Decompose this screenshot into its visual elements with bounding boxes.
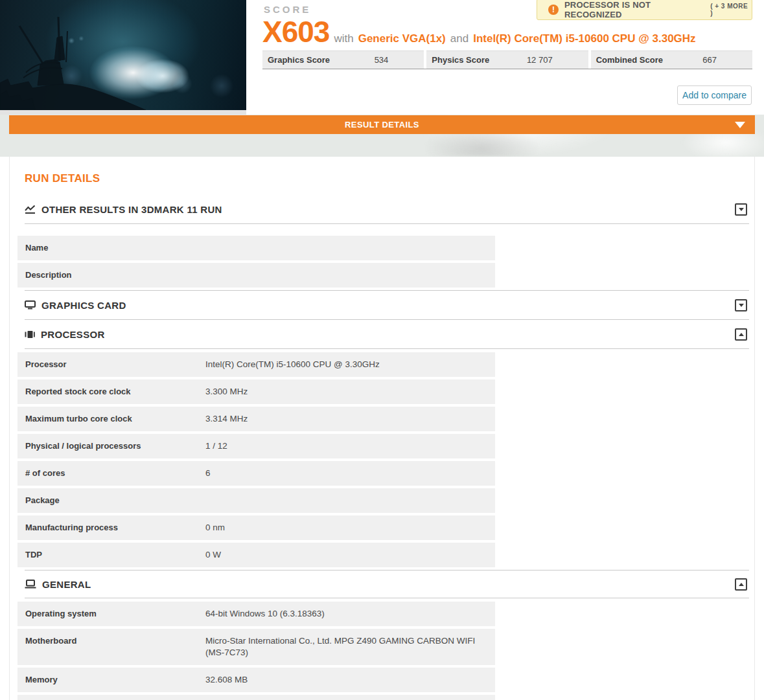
row-label: Memory — [17, 668, 205, 692]
row-value: 1 / 12 — [205, 434, 495, 458]
row-value: 3.314 MHz — [205, 407, 495, 431]
row-value — [205, 488, 495, 513]
row-label: Maximum turbo core clock — [17, 407, 205, 431]
row-value: 64-bit Windows 10 (6.3.18363) — [205, 602, 495, 626]
chevron-down-icon — [735, 122, 745, 128]
section-title: GENERAL — [42, 579, 91, 590]
row-label: Physical / logical processors — [17, 434, 205, 458]
result-details-label: RESULT DETAILS — [345, 120, 419, 130]
cpu-link[interactable]: Intel(R) Core(TM) i5-10600 CPU @ 3.30GHz — [473, 32, 695, 45]
result-details-bar[interactable]: RESULT DETAILS — [9, 115, 755, 134]
warning-text: PROCESSOR IS NOT RECOGNIZED — [564, 0, 708, 19]
section-title: GRAPHICS CARD — [41, 300, 126, 311]
table-row: Maximum turbo core clock 3.314 MHz — [17, 407, 495, 431]
table-row: Package — [17, 488, 495, 513]
row-value: 3.300 MHz — [205, 379, 495, 404]
table-row: Manufacturing process 0 nm — [17, 515, 495, 540]
result-page: SCORE X603 with Generic VGA(1x) and Inte… — [0, 0, 764, 700]
collapse-toggle[interactable] — [735, 328, 747, 341]
row-value: 0 nm — [205, 515, 495, 540]
combined-score-label: Combined Score — [591, 55, 663, 65]
graphics-score-label: Graphics Score — [262, 55, 330, 65]
other-results-table: Name Description — [17, 236, 495, 288]
row-value: 0 W — [205, 543, 495, 567]
row-label: # of cores — [17, 461, 205, 486]
table-row: Description — [17, 263, 495, 288]
section-title: OTHER RESULTS IN 3DMARK 11 RUN — [41, 204, 222, 215]
triangle-down-icon — [739, 304, 744, 307]
divider — [25, 348, 749, 349]
laptop-icon — [25, 580, 36, 589]
table-row: Reported stock core clock 3.300 MHz — [17, 379, 495, 404]
row-label: Name — [17, 236, 205, 260]
warning-more-text: ( + 3 MORE ) — [710, 3, 752, 17]
with-text: with — [334, 32, 353, 45]
monitor-icon — [25, 300, 36, 310]
score-value: X603 — [262, 14, 329, 49]
graphics-score-value: 534 — [375, 55, 424, 65]
triangle-up-icon — [739, 583, 744, 586]
score-header: SCORE X603 with Generic VGA(1x) and Inte… — [0, 0, 764, 115]
sub-scores-strip: Graphics Score 534 Physics Score 12 707 … — [262, 51, 752, 69]
row-value: Micro-Star International Co., Ltd. MPG Z… — [205, 629, 495, 665]
warning-icon: ! — [548, 5, 559, 15]
row-value — [205, 263, 495, 288]
processor-table: Processor Intel(R) Core(TM) i5-10600 CPU… — [17, 352, 495, 567]
divider — [25, 570, 749, 570]
row-label: Package — [17, 488, 205, 513]
table-row: Hard drive model 3.000 GB Hitachi HDS723… — [17, 695, 495, 700]
chip-icon — [25, 330, 35, 339]
table-row: Physical / logical processors 1 / 12 — [17, 434, 495, 458]
table-row: TDP 0 W — [17, 543, 495, 567]
gpu-link[interactable]: Generic VGA(1x) — [358, 32, 446, 45]
combined-score-cell: Combined Score 667 — [591, 51, 752, 69]
section-header-graphics-card: GRAPHICS CARD — [25, 299, 749, 311]
divider — [25, 223, 749, 224]
divider — [25, 290, 749, 291]
general-table: Operating system 64-bit Windows 10 (6.3.… — [17, 602, 495, 700]
table-row: Processor Intel(R) Core(TM) i5-10600 CPU… — [17, 352, 495, 377]
divider — [25, 598, 749, 598]
row-label: Reported stock core clock — [17, 379, 205, 404]
benchmark-thumbnail — [0, 0, 246, 110]
section-header-general: GENERAL — [25, 578, 749, 590]
processor-warning-banner[interactable]: ! PROCESSOR IS NOT RECOGNIZED ( + 3 MORE… — [537, 0, 752, 20]
physics-score-cell: Physics Score 12 707 — [426, 51, 588, 69]
table-row: Memory 32.608 MB — [17, 668, 495, 692]
combined-score-value: 667 — [702, 55, 752, 65]
section-header-other-results: OTHER RESULTS IN 3DMARK 11 RUN — [25, 203, 749, 215]
row-label: Manufacturing process — [17, 515, 205, 540]
and-text: and — [450, 32, 469, 45]
triangle-down-icon — [739, 208, 744, 211]
table-row: Name — [17, 236, 495, 260]
triangle-up-icon — [739, 333, 744, 336]
add-to-compare-button[interactable]: Add to compare — [677, 85, 752, 105]
section-header-processor: PROCESSOR — [25, 328, 749, 340]
row-value — [205, 236, 495, 260]
table-row: Motherboard Micro-Star International Co.… — [17, 629, 495, 665]
divider — [25, 319, 749, 320]
collapse-toggle[interactable] — [735, 299, 747, 311]
section-title: PROCESSOR — [41, 329, 105, 340]
row-label: TDP — [17, 543, 205, 567]
row-value: 3.000 GB Hitachi HDS723030ALA640 — [205, 695, 495, 700]
physics-score-label: Physics Score — [426, 55, 489, 65]
score-label: SCORE — [264, 4, 311, 15]
row-value: Intel(R) Core(TM) i5-10600 CPU @ 3.30GHz — [205, 352, 495, 377]
row-label: Operating system — [17, 602, 205, 626]
row-value: 32.608 MB — [205, 668, 495, 692]
row-label: Motherboard — [17, 629, 205, 665]
row-label: Hard drive model — [17, 695, 205, 700]
collapse-toggle[interactable] — [735, 578, 747, 591]
physics-score-value: 12 707 — [527, 55, 588, 65]
table-row: # of cores 6 — [17, 461, 495, 486]
shipwreck-silhouette — [0, 0, 246, 110]
run-details-panel: RUN DETAILS OTHER RESULTS IN 3DMARK 11 R… — [9, 157, 755, 700]
row-label: Description — [17, 263, 205, 288]
collapse-toggle[interactable] — [735, 203, 747, 216]
table-row: Operating system 64-bit Windows 10 (6.3.… — [17, 602, 495, 626]
row-label: Processor — [17, 352, 205, 377]
page-title: RUN DETAILS — [25, 172, 749, 185]
thumbnail-footer-strip — [0, 110, 246, 115]
chart-icon — [25, 205, 36, 214]
